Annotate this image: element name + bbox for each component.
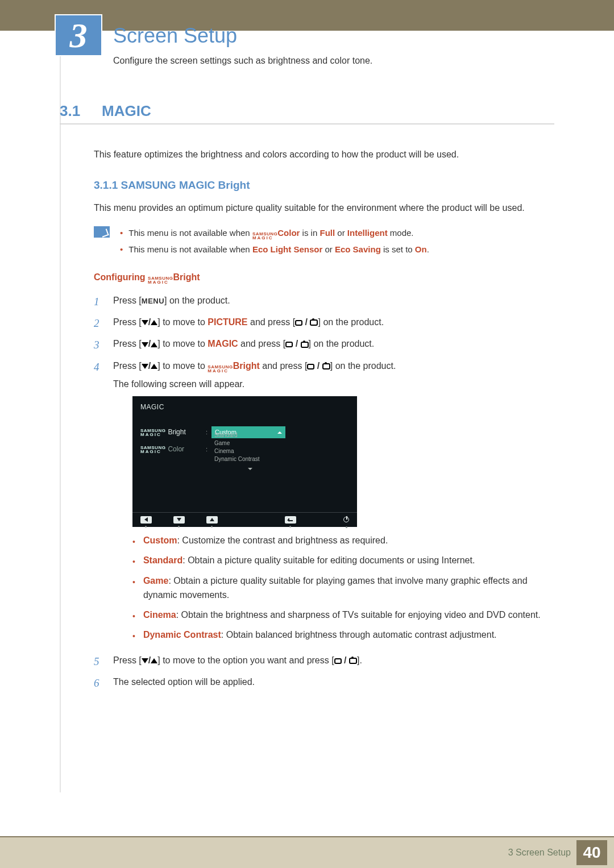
- samsung-magic-logo: SAMSUNGMAGIC: [140, 446, 165, 454]
- bullet-icon: •: [132, 556, 135, 568]
- enter-icon: [349, 658, 357, 664]
- up-arrow-icon: [151, 342, 157, 347]
- osd-down-button: [173, 516, 185, 524]
- osd-button-bar: [132, 512, 357, 524]
- menu-button-label: MENU: [142, 297, 164, 305]
- samsung-magic-logo: SAMSUNGMAGIC: [208, 365, 233, 373]
- bullet-icon: •: [132, 610, 135, 623]
- bullet-icon: •: [120, 225, 123, 242]
- option-descriptions: •Custom: Customize the contrast and brig…: [132, 534, 554, 643]
- page-number-badge: 40: [576, 840, 607, 865]
- step-4: 4 Press [/] to move to SAMSUNGMAGICBrigh…: [94, 359, 554, 649]
- source-icon: [295, 320, 302, 326]
- main-content: 3.1 MAGIC This feature optimizes the bri…: [60, 102, 554, 697]
- osd-title: MAGIC: [140, 402, 349, 413]
- footer-text: 3 Screen Setup: [508, 848, 571, 858]
- down-arrow-icon: [142, 658, 148, 663]
- note-text: This menu is not available when: [128, 228, 252, 238]
- steps-list: 1 Press [MENU] on the product. 2 Press […: [94, 293, 554, 692]
- config-heading: Configuring SAMSUNGMAGICBright: [94, 272, 554, 285]
- section-underline: [60, 123, 554, 124]
- samsung-magic-logo: SAMSUNGMAGIC: [252, 232, 277, 240]
- bullet-icon: •: [132, 576, 135, 603]
- subsection-paragraph: This menu provides an optimum picture qu…: [94, 201, 554, 215]
- intro-text: Configure the screen settings such as br…: [113, 56, 372, 66]
- osd-options-list: Standard Game Cinema Dynamic Contrast: [210, 431, 285, 472]
- enter-icon: [322, 363, 330, 369]
- source-icon: [307, 364, 314, 369]
- chapter-number-badge: 3: [55, 14, 102, 56]
- down-arrow-icon: [142, 364, 148, 369]
- down-arrow-icon: [142, 320, 148, 325]
- source-icon: [334, 658, 342, 664]
- note-block: • This menu is not available when SAMSUN…: [94, 225, 554, 258]
- step-5: 5 Press [/] to move to the option you wa…: [94, 653, 554, 670]
- down-arrow-icon: [142, 342, 148, 347]
- section-paragraph: This feature optimizes the brightness an…: [94, 147, 554, 162]
- bullet-icon: •: [132, 536, 135, 549]
- section-heading-row: 3.1 MAGIC: [60, 102, 554, 120]
- enter-icon: [301, 342, 309, 348]
- bullet-icon: •: [132, 630, 135, 643]
- section-number: 3.1: [60, 102, 89, 120]
- enter-icon: [310, 319, 318, 326]
- chapter-number: 3: [70, 15, 88, 56]
- osd-screenshot: MAGIC SAMSUNGMAGICBright : Custom SAMSUN…: [132, 396, 357, 527]
- step-3: 3 Press [/] to move to MAGIC and press […: [94, 337, 554, 354]
- step-4-note: The following screen will appear.: [113, 377, 554, 392]
- step-1: 1 Press [MENU] on the product.: [94, 293, 554, 310]
- samsung-magic-logo: SAMSUNGMAGIC: [140, 429, 165, 437]
- step-2: 2 Press [/] to move to PICTURE and press…: [94, 315, 554, 332]
- note-icon: [94, 226, 110, 238]
- osd-left-button: [140, 516, 152, 524]
- samsung-magic-logo: SAMSUNGMAGIC: [148, 276, 173, 284]
- note-emph: Color: [277, 228, 300, 238]
- step-6: 6 The selected option will be applied.: [94, 675, 554, 692]
- bullet-icon: •: [120, 242, 123, 258]
- page-footer: 3 Screen Setup 40: [0, 836, 614, 868]
- osd-down-tri-icon: [248, 468, 252, 470]
- up-arrow-icon: [151, 364, 157, 369]
- source-icon: [285, 342, 293, 347]
- section-title: MAGIC: [102, 102, 151, 120]
- osd-power-icon: [343, 517, 349, 522]
- page-title: Screen Setup: [113, 24, 237, 48]
- up-arrow-icon: [151, 320, 157, 325]
- osd-up-button: [206, 516, 218, 524]
- osd-enter-button: [285, 516, 296, 524]
- note-list: • This menu is not available when SAMSUN…: [120, 225, 429, 258]
- up-arrow-icon: [151, 658, 157, 663]
- subsection-heading: 3.1.1 SAMSUNG MAGIC Bright: [94, 179, 554, 192]
